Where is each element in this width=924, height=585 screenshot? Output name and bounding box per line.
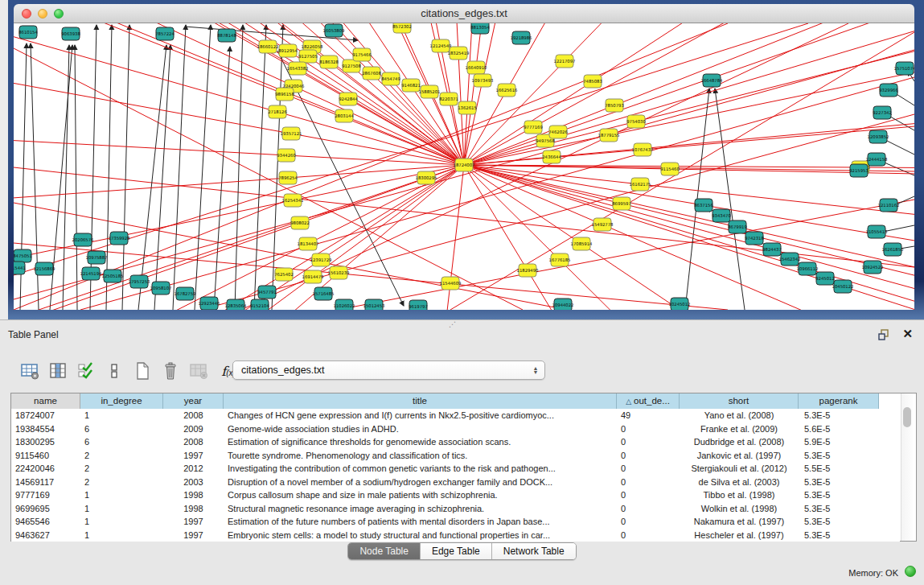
column-header-short[interactable]: short [680, 393, 799, 409]
cell-out_degree: 0 [617, 476, 680, 489]
svg-text:8186328: 8186328 [319, 60, 339, 64]
svg-text:18660122: 18660122 [257, 44, 279, 49]
svg-text:10975887: 10975887 [86, 255, 108, 260]
svg-text:16648784: 16648784 [701, 78, 724, 83]
toolbar-icons: f(x) [19, 357, 240, 385]
column-header-year[interactable]: year [163, 393, 224, 409]
close-panel-icon[interactable]: ✕ [902, 327, 913, 341]
cell-pagerank: 5.3E-5 [799, 449, 879, 463]
svg-text:7625402: 7625402 [274, 272, 294, 277]
cell-short: de Silva et al. (2003) [680, 476, 799, 489]
svg-text:16254341: 16254341 [282, 198, 304, 203]
memory-status-label: Memory: OK [848, 568, 898, 578]
cell-name: 9465546 [11, 515, 80, 529]
svg-text:11544609: 11544609 [440, 281, 462, 286]
row-height-icon[interactable] [104, 360, 125, 382]
scrollbar-thumb[interactable] [903, 407, 911, 427]
svg-text:10958107: 10958107 [150, 286, 172, 290]
cell-title: Changes of HCN gene expression and I(f) … [224, 409, 617, 422]
tab-edge-table[interactable]: Edge Table [421, 543, 492, 560]
svg-text:15885201: 15885201 [419, 89, 441, 94]
cell-year: 1997 [163, 529, 224, 542]
cell-title: Estimation of significance thresholds fo… [224, 435, 617, 449]
svg-text:9127505: 9127505 [298, 54, 318, 59]
svg-text:9777169: 9777169 [524, 125, 543, 130]
svg-text:16261850: 16261850 [882, 247, 905, 252]
window-titlebar[interactable]: citations_edges.txt [14, 4, 914, 23]
svg-text:9227342: 9227342 [873, 110, 892, 115]
tab-network-table[interactable]: Network Table [492, 543, 576, 560]
vertical-scrollbar[interactable] [901, 393, 913, 541]
table-row[interactable]: 1938455462009Genome-wide association stu… [11, 422, 900, 436]
network-view-window: citations_edges.txt 18724007183002951866… [8, 0, 924, 319]
svg-text:8572302: 8572302 [392, 24, 412, 29]
cell-year: 1997 [163, 515, 224, 529]
svg-text:9245012: 9245012 [815, 276, 835, 281]
svg-text:20206576: 20206576 [72, 237, 95, 242]
cell-in_degree: 1 [80, 529, 163, 542]
tab-node-table[interactable]: Node Table [348, 543, 421, 560]
svg-text:10245012: 10245012 [669, 302, 691, 307]
panel-resize-grip-icon[interactable]: ⋰ [449, 321, 458, 329]
svg-text:15751074: 15751074 [894, 66, 914, 71]
svg-text:15716485: 15716485 [313, 291, 335, 296]
table-row[interactable]: 1456911722003Disruption of a novel membe… [11, 476, 900, 489]
table-row[interactable]: 1830029562008Estimation of significance … [11, 435, 900, 449]
svg-text:8220371: 8220371 [439, 97, 458, 101]
delete-column-icon[interactable] [160, 360, 181, 382]
column-header-pagerank[interactable]: pagerank [799, 393, 879, 409]
cell-in_degree: 2 [80, 462, 163, 476]
node-table: namein_degreeyeartitle△out_de...shortpag… [10, 393, 917, 542]
svg-text:2436644: 2436644 [542, 154, 561, 159]
column-header-in_degree[interactable]: in_degree [80, 393, 163, 409]
table-header-row: namein_degreeyeartitle△out_de...shortpag… [11, 393, 879, 409]
cell-in_degree: 6 [80, 422, 163, 436]
table-row[interactable]: 977716911998Corpus callosum shape and si… [11, 488, 900, 502]
network-canvas[interactable]: 1872400718300295186601228912954182260589… [14, 23, 914, 310]
dropdown-selected-value: citations_edges.txt [233, 365, 530, 376]
svg-text:9808022: 9808022 [290, 220, 310, 225]
svg-text:16914479: 16914479 [302, 274, 324, 279]
table-row[interactable]: 1872400712008Changes of HCN gene express… [11, 409, 900, 422]
select-rows-icon[interactable] [76, 360, 97, 382]
svg-text:9457791: 9457791 [257, 290, 277, 295]
table-row[interactable]: 969969511998Structural magnetic resonanc… [11, 502, 900, 516]
svg-text:9619797: 9619797 [409, 304, 428, 309]
select-columns-icon[interactable] [47, 360, 68, 382]
column-header-name[interactable]: name [11, 393, 80, 409]
svg-text:12145194: 12145194 [80, 271, 103, 276]
column-header-out_degree[interactable]: △out_de... [617, 393, 680, 409]
svg-text:9115460: 9115460 [660, 167, 680, 171]
cell-title: Genome-wide association studies in ADHD. [224, 422, 617, 436]
svg-text:18325419: 18325419 [448, 51, 470, 56]
cell-out_degree: 0 [617, 488, 680, 502]
svg-text:18724007: 18724007 [454, 163, 475, 167]
delete-table-disabled-icon [188, 360, 209, 382]
svg-text:12835064: 12835064 [225, 303, 248, 308]
cell-short: Tibbo et al. (1998) [680, 488, 799, 502]
table-selector-dropdown[interactable]: citations_edges.txt ▲▼ [232, 360, 545, 380]
svg-text:15610239: 15610239 [328, 270, 350, 275]
table-row[interactable]: 2242004622012Investigating the contribut… [11, 462, 900, 476]
svg-text:12391729: 12391729 [310, 257, 332, 262]
svg-text:16776185: 16776185 [549, 257, 571, 262]
svg-text:8699597: 8699597 [612, 201, 631, 206]
svg-text:9344260: 9344260 [277, 153, 296, 158]
table-row[interactable]: 946554611997Estimation of the future num… [11, 515, 900, 529]
new-column-icon[interactable] [132, 360, 153, 382]
column-header-title[interactable]: title [224, 393, 617, 409]
cell-title: Estimation of the future numbers of pati… [224, 515, 617, 529]
cell-short: Jankovic et al. (1997) [680, 449, 799, 463]
table-mode-icon[interactable] [19, 360, 40, 382]
window-title: citations_edges.txt [14, 7, 914, 19]
table-row[interactable]: 946362711997Embryonic stem cells: a mode… [11, 529, 900, 542]
cell-out_degree: 0 [617, 422, 680, 436]
float-panel-icon[interactable] [877, 328, 890, 341]
svg-text:12444158: 12444158 [866, 157, 889, 162]
panel-title: Table Panel [8, 329, 59, 340]
table-row[interactable]: 911546021997Tourette syndrome. Phenomeno… [11, 449, 900, 463]
application-window: citations_edges.txt 18724007183002951866… [0, 0, 924, 585]
svg-text:17085914: 17085914 [571, 241, 593, 246]
cell-short: Wolkin et al. (1998) [680, 502, 799, 516]
svg-text:9742318: 9742318 [745, 236, 764, 241]
